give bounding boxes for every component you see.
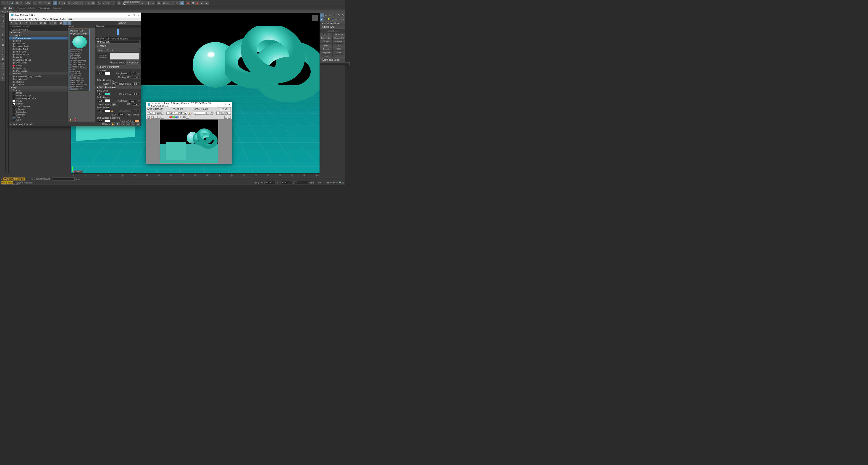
redo-icon[interactable]: ↷ (5, 1, 9, 5)
browser-item[interactable]: Multi/Sub-Object (9, 59, 67, 61)
unlink-icon[interactable]: ⛓ (14, 1, 19, 5)
browser-item[interactable]: Combustion (9, 111, 67, 114)
create-spindle-button[interactable]: Spindle (320, 43, 332, 47)
bind-icon[interactable]: ⊙ (19, 1, 23, 5)
rotate-icon[interactable]: ⟳ (58, 1, 62, 5)
autogrid-checkbox[interactable]: ☐ AutoGrid (320, 29, 345, 32)
menu-options[interactable]: Options (50, 18, 58, 21)
shape-cat-icon[interactable]: 〰 (323, 17, 327, 22)
browser-item[interactable]: Falloff (9, 119, 67, 122)
trans-weight-spinner[interactable]: 0.0 (97, 110, 104, 112)
minimize-icon[interactable]: — (128, 14, 130, 17)
viewport-drop[interactable]: Quad 4 ...pective ▾ (166, 112, 187, 115)
node-input-slot[interactable]: Coating Color Map (70, 82, 90, 84)
create-gengon-button[interactable]: Gengon (320, 47, 332, 51)
trans-rough-spinner[interactable]: 0.0 (132, 110, 140, 112)
vt-icon[interactable]: ✧ (0, 38, 5, 42)
render-button[interactable]: Render (218, 107, 231, 111)
pan-icon[interactable]: ✋ (111, 122, 115, 126)
refl-rough-spinner[interactable]: 0.2 (129, 99, 136, 102)
preset-save-icon[interactable]: ✦ (206, 112, 209, 115)
minimize-icon[interactable]: — (219, 103, 221, 106)
layout-children-icon[interactable]: ⊡ (53, 21, 57, 25)
navigator-minimap[interactable] (95, 28, 141, 37)
refl-weight-spinner[interactable]: 0.6 (97, 99, 104, 102)
coating-rough-spinner[interactable]: 0.0 (129, 72, 136, 75)
angle-snap-icon[interactable]: ∠ (102, 1, 106, 5)
rollout-coating[interactable]: ▾ Coating Parameters (95, 65, 141, 69)
light-cat-icon[interactable]: 💡 (327, 17, 331, 22)
material-node[interactable]: Material #25 Physical Material Base Weig… (70, 29, 90, 91)
editnamed-icon[interactable]: {} (117, 1, 121, 5)
hierarchy-tab-icon[interactable]: ◧ (328, 13, 333, 17)
space-cat-icon[interactable]: ≋ (338, 17, 341, 22)
z-coord-input[interactable] (297, 181, 308, 184)
browser-item[interactable]: Ink 'n Paint (9, 51, 67, 53)
clear-icon[interactable]: ✕ (161, 116, 164, 119)
create-capsule-button[interactable]: Capsule (333, 40, 345, 43)
camera-cat-icon[interactable]: 📷 (331, 17, 334, 22)
browser-item[interactable]: Top/Bottom (9, 67, 67, 70)
create-ringwave-button[interactable]: RingWave (320, 51, 332, 54)
ribbon-tab-selection[interactable]: Selection (28, 7, 36, 9)
inv-checkbox[interactable]: inv (137, 72, 140, 74)
view-header[interactable]: View1 (68, 25, 95, 28)
sync-icon[interactable]: ⟲ (67, 21, 71, 25)
layout-all-icon[interactable]: ⊟ (49, 21, 53, 25)
browser-item[interactable]: Blend (9, 39, 67, 42)
select-icon[interactable]: ▭ (33, 1, 37, 5)
browser-item[interactable]: Cellular (9, 100, 67, 102)
channel-drop[interactable]: RGB Alpha ▾ (189, 115, 201, 120)
metalness-spinner[interactable]: 0.0 (111, 103, 118, 106)
toggle-ui-icon[interactable]: ▦ (228, 116, 231, 119)
close-icon[interactable]: ✕ (228, 103, 230, 106)
toggle-overlay-icon[interactable]: ▥ (224, 116, 227, 119)
node-input-slot[interactable]: Coating Bump Map (70, 85, 90, 87)
close-icon[interactable]: ✕ (137, 14, 140, 17)
coating-color-swatch[interactable] (105, 72, 110, 75)
move-children-icon[interactable]: ⊞ (29, 21, 33, 25)
menu-tools[interactable]: Tools (60, 18, 65, 21)
select-by-mat-icon[interactable]: ⊙ (63, 21, 67, 25)
vt-icon[interactable]: ⚙ (0, 76, 5, 81)
browser-item[interactable]: Shell Material (9, 61, 67, 64)
vt-icon[interactable]: ▭ (0, 14, 5, 18)
ribbon-tab-objectpaint[interactable]: Object Paint (39, 7, 50, 9)
create-lext-button[interactable]: L-Ext (333, 43, 345, 47)
pan-to-sel-icon[interactable]: ⊕ (136, 122, 140, 126)
rendered-frame-icon[interactable]: 🖼 (191, 1, 195, 5)
material-name-input[interactable] (97, 41, 140, 43)
browser-item[interactable]: DirectX Shader (9, 45, 67, 48)
slate-canvas[interactable]: Material #25 Physical Material Base Weig… (68, 28, 95, 122)
node-input-slot[interactable]: Cutout Map (70, 89, 90, 91)
menu-material[interactable]: Material (20, 18, 28, 21)
node-input-slot[interactable]: Anisotropy Map (70, 62, 90, 63)
vt-icon[interactable]: ⊙ (0, 71, 5, 76)
rollout-object-type[interactable]: ▾ Object Type (320, 25, 345, 29)
selset-input[interactable] (52, 178, 74, 181)
select-rect-icon[interactable]: ⬚ (42, 1, 46, 5)
menu-edit[interactable]: Edit (29, 18, 33, 21)
time-slider-thumb[interactable]: 0 / 100 (74, 170, 83, 173)
render-titlebar[interactable]: Perspective, frame 0, Display Gamma: 2.2… (146, 102, 232, 107)
sss-color-swatch[interactable] (105, 120, 110, 122)
selection-filter-drop[interactable]: All ▾ (25, 1, 31, 5)
create-tab-icon[interactable]: ✦ (320, 13, 324, 17)
system-cat-icon[interactable]: ⚙ (341, 17, 345, 22)
layer-icon[interactable]: ▤ (157, 1, 161, 5)
named-selset-drop[interactable]: Create Selection Set ▾ (122, 1, 145, 5)
node-input-slot[interactable]: SSS Scale Map (70, 74, 90, 76)
matlib-icon[interactable]: 📚 (59, 21, 63, 25)
cat-maps[interactable]: ▾ Maps (9, 86, 67, 89)
cat-scanline[interactable]: - Scanline (9, 72, 67, 75)
coating-ior-spinner[interactable]: 1.52 (132, 76, 140, 79)
base-color-swatch[interactable] (105, 93, 110, 95)
put-icon[interactable]: ⊡ (14, 21, 18, 25)
vt-icon[interactable]: ▦ (0, 42, 5, 47)
browser-item[interactable]: Color Correction (9, 105, 67, 108)
node-input-slot[interactable]: Base Weight Map (70, 49, 90, 51)
rollout-basic[interactable]: ▾ Basic Parameters (95, 86, 141, 89)
vt-icon[interactable]: ◧ (0, 57, 5, 61)
create-torusknot-button[interactable]: Torus Knot (333, 33, 345, 36)
menu-utilities[interactable]: Utilities (67, 18, 74, 21)
